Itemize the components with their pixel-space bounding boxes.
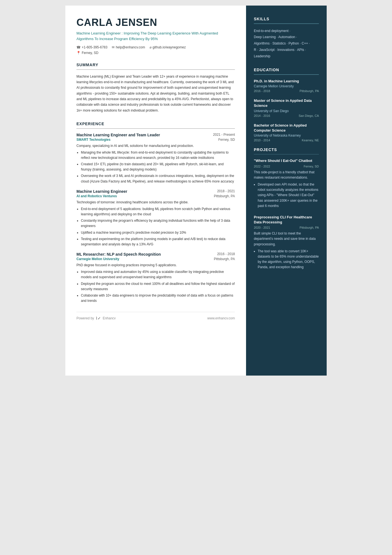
job1-company: SMART Technologies bbox=[76, 138, 110, 142]
project1-years: 2022 - 2022 bbox=[254, 165, 270, 168]
email-address: help@enhancv.com bbox=[116, 45, 145, 49]
job1-bullet-1: Managing the whole ML lifecycle: from en… bbox=[81, 150, 235, 161]
job3-title: ML Researcher: NLP and Speech Recognitio… bbox=[76, 252, 161, 256]
job2-location: Pittsburgh, PA bbox=[214, 194, 235, 198]
projects-title: PROJECTS bbox=[254, 147, 319, 152]
edu3-years: 2010 - 2014 bbox=[254, 139, 270, 142]
experience-divider bbox=[76, 128, 235, 129]
skills-line-3: Algorithms · Statistics · Python · C++ · bbox=[254, 40, 319, 47]
job2-bullet-2: Constantly improving the program's effic… bbox=[81, 218, 235, 229]
edu1-year-row: 2016 - 2018 Pittsburgh, PA bbox=[254, 89, 319, 93]
github-contact: ⌀ github.io/waynegomez bbox=[150, 45, 186, 49]
summary-section: SUMMARY Machine Learning (ML) Engineer a… bbox=[76, 63, 235, 113]
resume-page: CARLA JENSEN Machine Learning Engineer :… bbox=[65, 6, 327, 376]
contact-row: ☎ +1-605-395-6783 ✉ help@enhancv.com ⌀ g… bbox=[76, 45, 235, 49]
edu2-location: San Diego, CA bbox=[299, 114, 319, 117]
github-icon: ⌀ bbox=[150, 45, 152, 49]
education-title: EDUCATION bbox=[254, 68, 319, 72]
email-icon: ✉ bbox=[112, 45, 115, 49]
edu2-degree: Master of Science in Applied Data Scienc… bbox=[254, 98, 319, 108]
location-text: Ferney, SD bbox=[82, 51, 98, 55]
project2-bullet-1: The tool was able to convert 10K+ datase… bbox=[258, 249, 319, 270]
job2-bullet-4: Testing and experimenting on the platfor… bbox=[81, 236, 235, 247]
edu3-degree: Bachelor of Science in Applied Computer … bbox=[254, 123, 319, 133]
job2-bullet-1: End-to-end deployment of 5 applications:… bbox=[81, 206, 235, 217]
skills-content: End-to-end deployment · Deep Learning · … bbox=[254, 28, 319, 60]
job1-company-row: SMART Technologies Ferney, SD bbox=[76, 138, 235, 142]
project1-title: "Where Should I Eat-Out" Chatbot bbox=[254, 158, 319, 163]
phone-contact: ☎ +1-605-395-6783 bbox=[76, 45, 107, 49]
skills-line-4: R · JavaScript · Innovations · APIs · bbox=[254, 47, 319, 53]
github-url: github.io/waynegomez bbox=[153, 45, 186, 49]
summary-title: SUMMARY bbox=[76, 63, 235, 67]
edu-item-1: Ph.D. in Machine Learning Carnegie Mello… bbox=[254, 79, 319, 93]
edu2-years: 2014 - 2016 bbox=[254, 114, 270, 117]
footer-brand: Powered by ⌇✓ Enhancv bbox=[76, 316, 116, 320]
email-contact: ✉ help@enhancv.com bbox=[112, 45, 145, 49]
job2-title: Machine Learning Engineer bbox=[76, 189, 127, 194]
job3-bullet-3: Collaborate with 10+ data engineers to i… bbox=[81, 293, 235, 304]
job2-bullet-3: Uplifted a machine learning project's pr… bbox=[81, 230, 235, 235]
job3-bullet-2: Deployed the program across the cloud to… bbox=[81, 281, 235, 292]
job2-dates: 2018 - 2021 bbox=[217, 189, 235, 193]
job3-dates: 2016 - 2018 bbox=[217, 252, 235, 256]
header-section: CARLA JENSEN Machine Learning Engineer :… bbox=[76, 17, 235, 55]
job2-description: Technologies of tomorrow: innovating hea… bbox=[76, 200, 235, 205]
brand-name: Enhancv bbox=[103, 316, 116, 320]
skills-line-5: Leadership bbox=[254, 53, 319, 60]
job1-location: Ferney, SD bbox=[218, 138, 235, 142]
job3-location: Pittsburgh, PA bbox=[214, 257, 235, 261]
summary-text: Machine Learning (ML) Engineer and Team … bbox=[76, 74, 235, 114]
job3-company-row: Carnegie Mellon University Pittsburgh, P… bbox=[76, 257, 235, 261]
job-item-2: Machine Learning Engineer 2018 - 2021 AI… bbox=[76, 189, 235, 247]
location-row: 📍 Ferney, SD bbox=[76, 51, 235, 55]
footer: Powered by ⌇✓ Enhancv www.enhancv.com bbox=[76, 312, 235, 320]
skills-divider bbox=[254, 23, 319, 24]
job2-company-row: AI and Robotics Ventures Pittsburgh, PA bbox=[76, 194, 235, 198]
edu3-year-row: 2010 - 2014 Kearney, NE bbox=[254, 139, 319, 142]
job2-header: Machine Learning Engineer 2018 - 2021 bbox=[76, 189, 235, 194]
phone-number: +1-605-395-6783 bbox=[82, 45, 107, 49]
job-item-3: ML Researcher: NLP and Speech Recognitio… bbox=[76, 252, 235, 304]
location-pin-icon: 📍 bbox=[76, 51, 81, 55]
edu1-degree: Ph.D. in Machine Learning bbox=[254, 79, 319, 84]
project1-description: This side-project is a friendly chatbot … bbox=[254, 170, 319, 180]
job1-header: Machine Learning Engineer and Team Leade… bbox=[76, 133, 235, 137]
right-column: SKILLS End-to-end deployment · Deep Lear… bbox=[246, 6, 327, 376]
footer-website: www.enhancv.com bbox=[207, 316, 235, 320]
edu1-years: 2016 - 2018 bbox=[254, 89, 270, 93]
edu-item-2: Master of Science in Applied Data Scienc… bbox=[254, 98, 319, 117]
job2-company: AI and Robotics Ventures bbox=[76, 194, 117, 198]
job1-bullet-3: Overseeing the work of 3 ML and AI profe… bbox=[81, 173, 235, 184]
job1-description: Company, specializing in AI and ML solut… bbox=[76, 143, 235, 148]
experience-title: EXPERIENCE bbox=[76, 122, 235, 126]
left-column: CARLA JENSEN Machine Learning Engineer :… bbox=[65, 6, 246, 376]
job3-bullet-1: Improved data mining and automation by 4… bbox=[81, 269, 235, 280]
education-divider bbox=[254, 74, 319, 75]
job3-company: Carnegie Mellon University bbox=[76, 257, 119, 261]
projects-divider bbox=[254, 154, 319, 155]
edu-item-3: Bachelor of Science in Applied Computer … bbox=[254, 123, 319, 142]
job1-title: Machine Learning Engineer and Team Leade… bbox=[76, 133, 160, 137]
skills-title: SKILLS bbox=[254, 17, 319, 21]
job3-header: ML Researcher: NLP and Speech Recognitio… bbox=[76, 252, 235, 256]
powered-by-label: Powered by bbox=[76, 316, 94, 320]
project2-location: Pittsburgh, PA bbox=[300, 226, 319, 229]
enhancv-logo-icon: ⌇✓ bbox=[96, 316, 101, 320]
job-item-1: Machine Learning Engineer and Team Leade… bbox=[76, 133, 235, 184]
skills-line-1: End-to-end deployment · bbox=[254, 28, 319, 34]
edu3-location: Kearney, NE bbox=[302, 139, 319, 142]
project2-years: 2020 - 2021 bbox=[254, 226, 270, 229]
projects-section: PROJECTS "Where Should I Eat-Out" Chatbo… bbox=[254, 147, 319, 270]
job1-bullet-2: Created 15+ ETL pipeline (to train datas… bbox=[81, 162, 235, 172]
summary-divider bbox=[76, 69, 235, 70]
candidate-tagline: Machine Learning Engineer : Improving Th… bbox=[76, 31, 235, 41]
project1-location: Ferney, SD bbox=[304, 165, 319, 168]
job1-dates: 2021 - Present bbox=[213, 133, 235, 137]
skills-section: SKILLS End-to-end deployment · Deep Lear… bbox=[254, 17, 319, 59]
job3-bullets: Improved data mining and automation by 4… bbox=[76, 269, 235, 304]
candidate-name: CARLA JENSEN bbox=[76, 17, 235, 28]
edu2-university: University of San Diego bbox=[254, 109, 319, 113]
project2-title: Preprocessing CLI For Healthcare Data Pr… bbox=[254, 215, 319, 225]
project1-year-row: 2022 - 2022 Ferney, SD bbox=[254, 165, 319, 168]
